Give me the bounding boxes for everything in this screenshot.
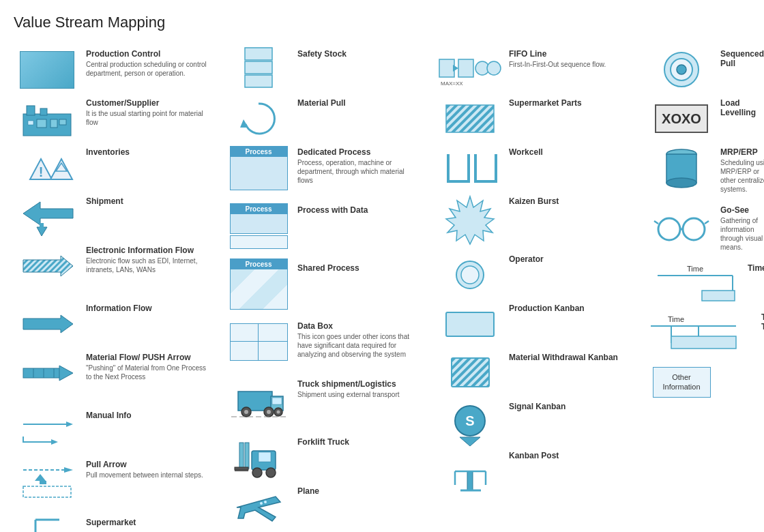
- svg-point-46: [267, 410, 271, 414]
- item-load-levelling: XOXO Load Levelling: [648, 94, 764, 143]
- dedicated-process-icon: Process: [228, 147, 289, 188]
- fifo-desc: First-In-First-Out sequence flow.: [509, 60, 606, 69]
- svg-point-58: [264, 501, 267, 503]
- svg-rect-2: [40, 108, 47, 115]
- svg-marker-16: [23, 256, 73, 276]
- item-forklift: Forklift Truck: [225, 433, 437, 482]
- safety-stock-icon: [228, 49, 289, 90]
- production-control-desc: Central production scheduling or control…: [86, 60, 209, 78]
- svg-marker-17: [23, 315, 73, 333]
- item-manual-info: Manual Info: [14, 407, 225, 456]
- svg-rect-30: [23, 486, 71, 497]
- timeline-total-label: Timeline Total: [761, 312, 764, 331]
- svg-point-95: [666, 178, 696, 188]
- item-go-see: Go-See Gathering of information through …: [648, 201, 764, 259]
- svg-rect-104: [702, 291, 735, 301]
- material-flow-desc: "Pushing" of Material from One Process t…: [86, 364, 209, 381]
- item-operator: Operator: [437, 250, 648, 299]
- pull-arrow-label: Pull Arrow: [86, 460, 203, 469]
- svg-rect-54: [235, 470, 248, 471]
- material-withdrawal-kanban-icon: [439, 353, 501, 394]
- shipment-icon: [16, 196, 78, 237]
- item-truck: Truck shipment/Logistics Shipment using …: [225, 375, 437, 433]
- customer-supplier-label: Customer/Supplier: [86, 98, 209, 108]
- item-info-flow: Information Flow: [14, 299, 225, 349]
- timeline-icon: Time: [651, 263, 739, 304]
- item-production-kanban: Production Kanban: [437, 299, 648, 349]
- item-production-control: Production Control Central production sc…: [14, 45, 225, 94]
- shared-process-label: Shared Process: [297, 263, 359, 273]
- svg-marker-82: [460, 437, 480, 446]
- item-supermarket: Supermarket: [14, 514, 225, 532]
- svg-point-55: [252, 468, 262, 477]
- svg-rect-64: [439, 59, 454, 77]
- process-with-data-label: Process with Data: [297, 205, 368, 215]
- load-levelling-label: Load Levelling: [720, 98, 764, 117]
- kanban-post-label: Kanban Post: [509, 451, 559, 460]
- column-2: Safety Stock Material Pull Process: [225, 45, 437, 532]
- svg-rect-53: [235, 467, 248, 470]
- svg-point-67: [487, 61, 501, 75]
- truck-desc: Shipment using external transport: [297, 390, 400, 399]
- signal-kanban-label: Signal Kanban: [509, 402, 565, 411]
- column-1: Production Control Central production sc…: [14, 45, 225, 532]
- svg-text:S: S: [465, 413, 474, 428]
- shipment-label: Shipment: [86, 196, 123, 206]
- svg-rect-5: [28, 121, 33, 125]
- svg-line-99: [654, 221, 658, 224]
- item-other-information: Other Information: [648, 357, 764, 407]
- page-title: Value Stream Mapping: [14, 14, 750, 31]
- svg-point-59: [260, 502, 263, 505]
- svg-text:XOXO: XOXO: [662, 111, 701, 126]
- item-kanban-post: Kanban Post: [437, 447, 648, 496]
- svg-rect-36: [245, 48, 272, 60]
- svg-marker-39: [240, 119, 248, 128]
- truck-icon: [228, 379, 289, 420]
- timeline-total-icon: Time: [651, 312, 753, 353]
- item-plane: Plane: [225, 482, 437, 531]
- svg-rect-1: [27, 106, 35, 115]
- svg-point-97: [683, 218, 705, 240]
- svg-text:Time: Time: [668, 315, 684, 323]
- material-flow-icon: [16, 353, 78, 394]
- svg-marker-73: [446, 196, 494, 244]
- data-box-desc: This icon goes under other icons that ha…: [297, 332, 420, 359]
- item-eif: Electronic Information Flow Electronic f…: [14, 241, 225, 299]
- svg-rect-3: [37, 119, 46, 128]
- svg-rect-42: [272, 398, 282, 404]
- shared-process-icon: Process: [228, 263, 289, 304]
- item-signal-kanban: S Signal Kanban: [437, 398, 648, 447]
- item-mrp-erp: MRP/ERP Scheduling using MRP/ERP or othe…: [648, 143, 764, 201]
- material-withdrawal-kanban-label: Material Withdrawal Kanban: [509, 353, 618, 362]
- sequenced-pull-label: Sequenced Pull: [720, 49, 764, 68]
- customer-supplier-desc: It is the usual starting point for mater…: [86, 109, 209, 127]
- material-flow-label: Material Flow/ PUSH Arrow: [86, 353, 209, 362]
- svg-marker-25: [51, 439, 58, 445]
- svg-point-44: [244, 410, 248, 414]
- svg-rect-76: [446, 312, 494, 336]
- column-4: Sequenced Pull XOXO Load Levelling: [648, 45, 764, 532]
- workcell-label: Workcell: [509, 147, 543, 157]
- item-supermarket-parts: Supermarket Parts: [437, 94, 648, 143]
- item-inventories: ! Inventories: [14, 143, 225, 192]
- mrp-erp-label: MRP/ERP: [720, 147, 764, 157]
- customer-supplier-icon: [16, 98, 78, 139]
- supermarket-parts-label: Supermarket Parts: [509, 98, 582, 108]
- production-kanban-icon: [439, 304, 501, 344]
- svg-point-75: [461, 266, 479, 284]
- svg-text:MAX=XX: MAX=XX: [441, 80, 463, 87]
- forklift-icon: [228, 437, 289, 478]
- pull-arrow-icon: [16, 460, 78, 501]
- kaizen-burst-label: Kaizen Burst: [509, 196, 559, 206]
- svg-rect-29: [40, 481, 46, 484]
- svg-rect-83: [467, 471, 473, 490]
- mrp-erp-icon: [651, 147, 712, 188]
- svg-rect-51: [239, 443, 244, 469]
- svg-rect-57: [259, 452, 271, 462]
- item-pull-arrow: Pull Arrow Pull movement between interna…: [14, 456, 225, 514]
- svg-rect-109: [671, 336, 736, 349]
- operator-label: Operator: [509, 254, 544, 264]
- item-safety-stock: Safety Stock: [225, 45, 437, 94]
- main-grid: Production Control Central production sc…: [14, 45, 750, 532]
- production-control-label: Production Control: [86, 49, 209, 59]
